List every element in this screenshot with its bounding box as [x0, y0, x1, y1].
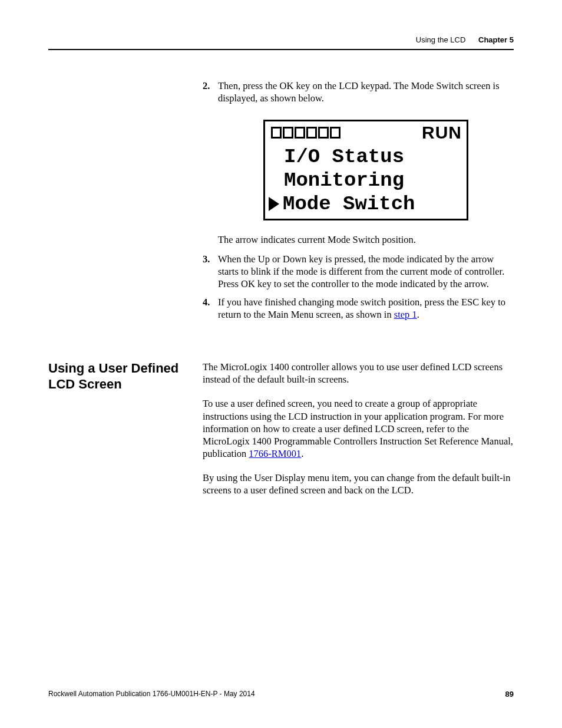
step-2: Then, press the OK key on the LCD keypad… [203, 80, 514, 246]
lcd-cursor-arrow-icon [267, 196, 280, 212]
lcd-indicator-box [330, 127, 340, 139]
step-4-text-b: . [417, 309, 419, 320]
lcd-line-2: Monitoring [265, 169, 467, 192]
section-heading: Using a User Defined LCD Screen [48, 361, 203, 392]
lcd-indicator-box [318, 127, 329, 139]
figure-caption: The arrow indicates current Mode Switch … [218, 233, 514, 246]
section2-p2: To use a user defined screen, you need t… [203, 397, 514, 460]
section2-p1: The MicroLogix 1400 controller allows yo… [203, 361, 514, 386]
footer-publication: Rockwell Automation Publication 1766-UM0… [48, 690, 255, 699]
section2-p2-b: . [301, 448, 303, 459]
step-4: If you have finished changing mode switc… [203, 296, 514, 321]
header-chapter: Chapter 5 [478, 35, 514, 44]
footer-page-number: 89 [505, 690, 514, 699]
lcd-io-indicators [271, 127, 340, 139]
lcd-status: RUN [422, 124, 462, 141]
step-3-text: When the Up or Down key is pressed, the … [218, 253, 504, 289]
publication-link[interactable]: 1766-RM001 [249, 448, 301, 459]
lcd-figure: RUN I/O Status Monitoring Mode Switch [218, 120, 514, 220]
svg-marker-0 [269, 197, 279, 211]
header-rule [48, 49, 514, 50]
lcd-line-3-text: Mode Switch [283, 192, 415, 216]
section2-p3: By using the User Display menu item, you… [203, 472, 514, 496]
step-list: Then, press the OK key on the LCD keypad… [203, 80, 514, 321]
lcd-indicator-box [283, 127, 293, 139]
lcd-line-3: Mode Switch [265, 192, 467, 216]
step-2-text: Then, press the OK key on the LCD keypad… [218, 80, 500, 104]
header-section: Using the LCD [416, 35, 466, 44]
lcd-indicator-box [306, 127, 317, 139]
lcd-line-1: I/O Status [265, 145, 467, 169]
lcd-screen: RUN I/O Status Monitoring Mode Switch [263, 120, 468, 220]
step-3: When the Up or Down key is pressed, the … [203, 253, 514, 290]
running-header: Using the LCD Chapter 5 [48, 35, 514, 44]
step-4-text-a: If you have finished changing mode switc… [218, 297, 505, 320]
step-1-link[interactable]: step 1 [394, 309, 417, 320]
lcd-indicator-box [295, 127, 305, 139]
lcd-indicator-box [271, 127, 282, 139]
page-footer: Rockwell Automation Publication 1766-UM0… [48, 690, 514, 699]
